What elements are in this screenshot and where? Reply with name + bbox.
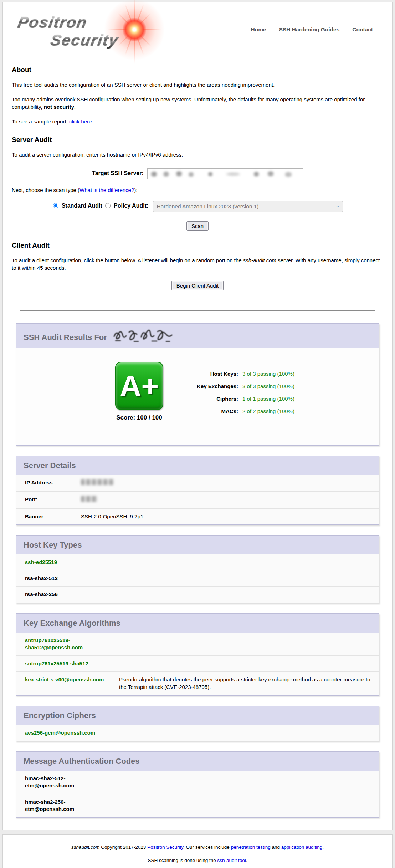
- server-details-title: Server Details: [16, 456, 379, 475]
- nav-home[interactable]: Home: [251, 26, 266, 33]
- target-server-label: Target SSH Server:: [92, 170, 144, 176]
- banner-value: SSH-2.0-OpenSSH_9.2p1: [72, 508, 379, 524]
- host-key-name: rsa-sha2-256: [16, 587, 111, 603]
- table-row: sntrup761x25519-sha512: [16, 656, 379, 672]
- grade-letter: A+: [120, 371, 159, 401]
- ssh-audit-results-box: SSH Audit Results For A+ Score: 100 / 10…: [16, 323, 379, 446]
- target-server-input[interactable]: [147, 168, 303, 179]
- stat-label: Host Keys:: [180, 371, 238, 377]
- stat-value: 1 of 1 passing (100%): [242, 396, 294, 402]
- stat-value: 3 of 3 passing (100%): [242, 383, 294, 389]
- begin-client-audit-button[interactable]: Begin Client Audit: [171, 281, 224, 290]
- logo-text-positron: Positron: [16, 13, 89, 31]
- positron-security-link[interactable]: Positron Security: [147, 844, 183, 850]
- nav-contact[interactable]: Contact: [352, 26, 373, 33]
- footer-line-2: SSH scanning is done using the ssh-audit…: [6, 857, 389, 864]
- cipher-name: aes256-gcm@openssh.com: [16, 725, 111, 741]
- table-row: rsa-sha2-256: [16, 587, 379, 603]
- mac-name: hmac-sha2-256- etm@openssh.com: [16, 794, 111, 817]
- site-header: Positron Security Home SSH Hardening Gui…: [3, 2, 392, 55]
- macs-box: Message Authentication Codes hmac-sha2-5…: [16, 751, 379, 818]
- client-audit-intro: To audit a client configuration, click t…: [12, 257, 383, 271]
- redacted-ip-blur: [81, 479, 114, 485]
- results-title-bar: SSH Audit Results For: [16, 324, 379, 348]
- server-audit-heading: Server Audit: [12, 136, 383, 144]
- banner-label: Banner:: [16, 508, 72, 524]
- positron-security-logo[interactable]: Positron Security: [12, 7, 180, 52]
- stat-label: MACs:: [180, 408, 238, 414]
- ip-address-value: [72, 475, 379, 492]
- mac-note: [111, 771, 379, 794]
- application-auditing-link[interactable]: application auditing: [281, 844, 323, 850]
- server-audit-intro: To audit a server configuration, enter i…: [12, 151, 383, 158]
- table-row: kex-strict-s-v00@openssh.comPseudo-algor…: [16, 672, 379, 695]
- table-row: Port:: [16, 492, 379, 508]
- top-nav: Home SSH Hardening Guides Contact: [251, 26, 383, 33]
- ip-address-label: IP Address:: [16, 475, 72, 492]
- port-value: [72, 492, 379, 508]
- host-key-name: ssh-ed25519: [16, 554, 111, 570]
- ssh-audit-com-italic: ssh-audit.com: [243, 257, 276, 263]
- score-text: Score: 100 / 100: [115, 414, 163, 421]
- standard-audit-label: Standard Audit: [62, 203, 102, 209]
- client-audit-heading: Client Audit: [12, 242, 383, 249]
- footer-site-name: sshaudit.com: [71, 844, 100, 850]
- grade-badge: A+: [115, 362, 163, 410]
- key-exchange-box: Key Exchange Algorithms sntrup761x25519-…: [16, 613, 379, 696]
- macs-title: Message Authentication Codes: [16, 752, 379, 771]
- scan-button[interactable]: Scan: [186, 221, 209, 231]
- host-key-name: rsa-sha2-512: [16, 570, 111, 587]
- kex-note: [111, 633, 379, 656]
- table-row: hmac-sha2-512- etm@openssh.com: [16, 771, 379, 794]
- kex-note: Pseudo-algorithm that denotes the peer s…: [111, 672, 379, 695]
- table-row: Banner: SSH-2.0-OpenSSH_9.2p1: [16, 508, 379, 524]
- header-divider: [3, 55, 392, 55]
- mac-note: [111, 794, 379, 817]
- policy-audit-label: Policy Audit:: [114, 203, 148, 209]
- footer-line-1: sshaudit.com Copyright 2017-2023 Positro…: [6, 844, 389, 851]
- encryption-ciphers-title: Encryption Ciphers: [16, 706, 379, 725]
- standard-audit-radio[interactable]: [53, 203, 58, 208]
- logo-text-security: Security: [49, 31, 120, 49]
- table-row: sntrup761x25519- sha512@openssh.com: [16, 633, 379, 656]
- ssh-audit-tool-link[interactable]: ssh-audit tool: [217, 858, 246, 863]
- difference-link[interactable]: What is the difference?: [79, 187, 134, 193]
- nav-ssh-hardening-guides[interactable]: SSH Hardening Guides: [279, 26, 340, 33]
- stat-label: Ciphers:: [180, 396, 238, 402]
- table-row: hmac-sha2-256- etm@openssh.com: [16, 794, 379, 817]
- encryption-ciphers-box: Encryption Ciphers aes256-gcm@openssh.co…: [16, 706, 379, 741]
- redacted-hostname-scribble: [112, 329, 180, 344]
- table-row: ssh-ed25519: [16, 554, 379, 570]
- site-footer: sshaudit.com Copyright 2017-2023 Positro…: [2, 834, 393, 868]
- about-heading: About: [12, 66, 383, 74]
- about-paragraph-1: This free tool audits the configuration …: [12, 81, 383, 88]
- kex-name: kex-strict-s-v00@openssh.com: [16, 672, 111, 695]
- results-body: A+ Score: 100 / 100 Host Keys: 3 of 3 pa…: [16, 348, 379, 445]
- penetration-testing-link[interactable]: penetration testing: [231, 844, 271, 850]
- policy-select[interactable]: Hardened Amazon Linux 2023 (version 1): [153, 201, 343, 212]
- main-content-panel: Positron Security Home SSH Hardening Gui…: [2, 2, 393, 830]
- host-key-types-box: Host Key Types ssh-ed25519 rsa-sha2-512 …: [16, 535, 379, 603]
- section-divider: [20, 310, 375, 311]
- kex-name: sntrup761x25519- sha512@openssh.com: [16, 633, 111, 656]
- host-key-note: [111, 587, 379, 603]
- results-stats: Host Keys: 3 of 3 passing (100%) Key Exc…: [180, 362, 294, 421]
- not-security-bold: not security: [44, 104, 74, 110]
- cipher-note: [111, 725, 379, 741]
- host-key-note: [111, 554, 379, 570]
- policy-audit-radio[interactable]: [105, 203, 111, 208]
- sample-report-link[interactable]: click here: [69, 118, 92, 125]
- mac-name: hmac-sha2-512- etm@openssh.com: [16, 771, 111, 794]
- stat-label: Key Exchanges:: [180, 383, 238, 389]
- kex-name: sntrup761x25519-sha512: [16, 656, 111, 672]
- stat-value: 2 of 2 passing (100%): [242, 408, 294, 414]
- host-key-types-title: Host Key Types: [16, 536, 379, 554]
- host-key-note: [111, 570, 379, 587]
- about-paragraph-3: To see a sample report, click here.: [12, 118, 383, 125]
- table-row: rsa-sha2-512: [16, 570, 379, 587]
- server-details-box: Server Details IP Address: Port: Banner:…: [16, 456, 379, 525]
- kex-note: [111, 656, 379, 672]
- scan-type-choices: Standard Audit Policy Audit: Hardened Am…: [12, 201, 383, 212]
- target-server-row: Target SSH Server:: [12, 168, 383, 179]
- red-flare-icon: [104, 0, 165, 60]
